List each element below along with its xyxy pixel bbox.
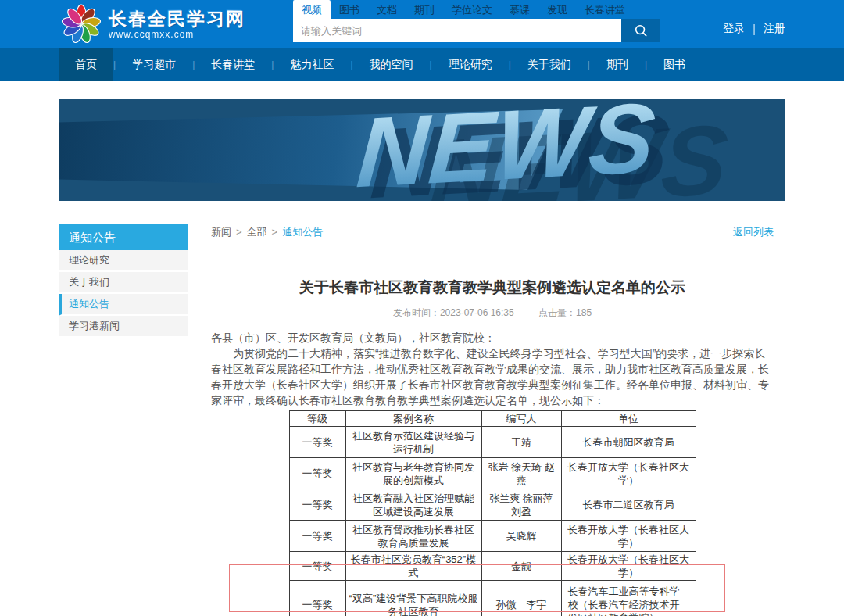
content: 通知公告 理论研究关于我们通知公告学习港新闻 新闻>全部>通知公告 返回列表 关…: [59, 224, 785, 616]
table-cell: 王靖: [481, 427, 561, 458]
site-url: www.ccqmxx.com: [109, 29, 245, 40]
login-link[interactable]: 登录: [723, 22, 745, 36]
flower-pinwheel-icon: [60, 3, 102, 45]
table-row-2: 一等奖社区教育融入社区治理赋能区域建设高速发展张兰爽 徐丽萍 刘盈长春市二道区教…: [289, 489, 696, 521]
header-center: 视频图书文档期刊学位论文慕课发现长春讲堂: [293, 0, 660, 42]
article-paragraph-0: 各县（市）区、开发区教育局（文教局），社区教育院校：: [211, 330, 774, 346]
breadcrumb-row: 新闻>全部>通知公告 返回列表: [211, 224, 774, 240]
breadcrumb: 新闻>全部>通知公告: [211, 224, 323, 240]
page: 长春全民学习网 www.ccqmxx.com 视频图书文档期刊学位论文慕课发现长…: [0, 0, 844, 616]
table-cell: 长春开放大学（长春社区大学）: [561, 552, 696, 581]
table-cell: 长春市朝阳区教育局: [561, 427, 696, 458]
search-input[interactable]: [293, 19, 621, 42]
article: 新闻>全部>通知公告 返回列表 关于长春市社区教育教育教学典型案例遴选认定名单的…: [211, 224, 774, 616]
table-cell: 社区教育示范区建设经验与运行机制: [345, 427, 481, 458]
table-cell: 一等奖: [289, 521, 345, 552]
header-tab-3[interactable]: 期刊: [406, 0, 443, 19]
auth-links: 登录 | 注册: [723, 22, 785, 36]
nav-item-4[interactable]: 我的空间: [353, 48, 430, 81]
table-head-row: 等级案例名称编写人单位: [289, 411, 696, 427]
sidebar-list: 理论研究关于我们通知公告学习港新闻: [59, 250, 188, 338]
table-cell: 一等奖: [289, 489, 345, 521]
table-cell: 长春市二道区教育局: [561, 489, 696, 521]
table-header-cell-1: 案例名称: [345, 411, 481, 427]
table-row-4: 一等奖长春市社区党员教育“352”模式金靓长春开放大学（长春社区大学）: [289, 552, 696, 581]
top-header: 长春全民学习网 www.ccqmxx.com 视频图书文档期刊学位论文慕课发现长…: [0, 0, 844, 48]
table-cell: 孙微 李宇: [481, 581, 561, 616]
site-logo[interactable]: 长春全民学习网 www.ccqmxx.com: [60, 3, 245, 45]
nav-item-0[interactable]: 首页: [59, 48, 113, 81]
table-cell: 社区教育督政推动长春社区教育高质量发展: [345, 521, 481, 552]
search-button[interactable]: [621, 19, 660, 42]
table-row-1: 一等奖社区教育与老年教育协同发展的创新模式张岩 徐天琦 赵燕长春开放大学（长春社…: [289, 458, 696, 489]
nav-item-7[interactable]: 期刊: [590, 48, 645, 81]
register-link[interactable]: 注册: [764, 22, 785, 36]
table-cell: 长春市社区党员教育“352”模式: [345, 552, 481, 581]
breadcrumb-separator: >: [236, 224, 242, 240]
header-tab-2[interactable]: 文档: [368, 0, 406, 19]
table-cell: 长春开放大学（长春社区大学）: [561, 521, 696, 552]
sidebar-item-2[interactable]: 通知公告: [59, 294, 188, 316]
header-tabs: 视频图书文档期刊学位论文慕课发现长春讲堂: [293, 0, 660, 19]
table-cell: “双高”建设背景下高职院校服务社区教育: [345, 581, 481, 616]
table-row-5: 一等奖“双高”建设背景下高职院校服务社区教育孙微 李宇长春汽车工业高等专科学校（…: [289, 581, 696, 616]
nav-item-1[interactable]: 学习超市: [116, 48, 192, 81]
nav-item-2[interactable]: 长春讲堂: [195, 48, 271, 81]
header-tab-4[interactable]: 学位论文: [443, 0, 501, 19]
sidebar-item-1[interactable]: 关于我们: [59, 272, 188, 294]
table-cell: 张兰爽 徐丽萍 刘盈: [481, 489, 561, 521]
table-body: 一等奖社区教育示范区建设经验与运行机制王靖长春市朝阳区教育局一等奖社区教育与老年…: [289, 427, 696, 616]
back-to-list-link[interactable]: 返回列表: [733, 224, 774, 240]
table-cell: 吴晓辉: [481, 521, 561, 552]
site-name: 长春全民学习网: [109, 9, 245, 29]
main-nav: 首页|学习超市|长春讲堂|魅力社区|我的空间|理论研究|关于我们|期刊|图书: [0, 48, 844, 81]
header-tab-1[interactable]: 图书: [331, 0, 368, 19]
sidebar: 通知公告 理论研究关于我们通知公告学习港新闻: [59, 224, 188, 338]
table-cell: 社区教育融入社区治理赋能区域建设高速发展: [345, 489, 481, 521]
table-cell: 长春开放大学（长春社区大学）: [561, 458, 696, 489]
table-header-cell-3: 单位: [561, 411, 696, 427]
nav-item-6[interactable]: 关于我们: [511, 48, 588, 81]
header-tab-5[interactable]: 慕课: [501, 0, 538, 19]
breadcrumb-item-1[interactable]: 全部: [247, 224, 267, 240]
table-cell: 金靓: [481, 552, 561, 581]
header-tab-0[interactable]: 视频: [293, 0, 331, 19]
table-header-cell-2: 编写人: [481, 411, 561, 427]
nav-item-3[interactable]: 魅力社区: [274, 48, 350, 81]
sidebar-item-0[interactable]: 理论研究: [59, 250, 188, 272]
header-tab-6[interactable]: 发现: [538, 0, 576, 19]
table-cell: 一等奖: [289, 552, 345, 581]
breadcrumb-separator: >: [272, 224, 278, 240]
sidebar-title: 通知公告: [59, 224, 188, 250]
article-title: 关于长春市社区教育教育教学典型案例遴选认定名单的公示: [211, 278, 774, 298]
table-cell: 一等奖: [289, 581, 345, 616]
table-row-3: 一等奖社区教育督政推动长春社区教育高质量发展吴晓辉长春开放大学（长春社区大学）: [289, 521, 696, 552]
header-tab-7[interactable]: 长春讲堂: [576, 0, 634, 19]
table-cell: 张岩 徐天琦 赵燕: [481, 458, 561, 489]
news-banner: NEWS NEWS NEWS: [59, 99, 785, 201]
hit-count: 点击量：185: [538, 307, 592, 318]
awards-table: 等级案例名称编写人单位 一等奖社区教育示范区建设经验与运行机制王靖长春市朝阳区教…: [289, 410, 696, 616]
nav-item-8[interactable]: 图书: [647, 48, 702, 81]
nav-item-5[interactable]: 理论研究: [432, 48, 509, 81]
sidebar-item-3[interactable]: 学习港新闻: [59, 316, 188, 338]
table-cell: 长春汽车工业高等专科学校（长春汽车经济技术开发区社区教育学院）: [561, 581, 696, 616]
table-cell: 一等奖: [289, 458, 345, 489]
breadcrumb-item-2[interactable]: 通知公告: [282, 224, 323, 240]
article-paragraph-1: 为贯彻党的二十大精神，落实“推进教育数字化、建设全民终身学习型社会、学习型大国”…: [211, 346, 774, 408]
main-nav-inner: 首页|学习超市|长春讲堂|魅力社区|我的空间|理论研究|关于我们|期刊|图书: [59, 48, 785, 81]
search-bar: [293, 19, 660, 42]
table-row-0: 一等奖社区教育示范区建设经验与运行机制王靖长春市朝阳区教育局: [289, 427, 696, 458]
table-cell: 一等奖: [289, 427, 345, 458]
magnifier-icon: [634, 23, 648, 38]
article-meta: 发布时间：2023-07-06 16:35 点击量：185: [211, 306, 774, 320]
breadcrumb-item-0[interactable]: 新闻: [211, 224, 231, 240]
table-header-cell-0: 等级: [289, 411, 345, 427]
auth-separator: |: [753, 23, 756, 35]
news-banner-text: NEWS: [354, 99, 660, 201]
publish-time: 发布时间：2023-07-06 16:35: [393, 307, 514, 318]
table-cell: 社区教育与老年教育协同发展的创新模式: [345, 458, 481, 489]
article-body: 各县（市）区、开发区教育局（文教局），社区教育院校：为贯彻党的二十大精神，落实“…: [211, 330, 774, 408]
